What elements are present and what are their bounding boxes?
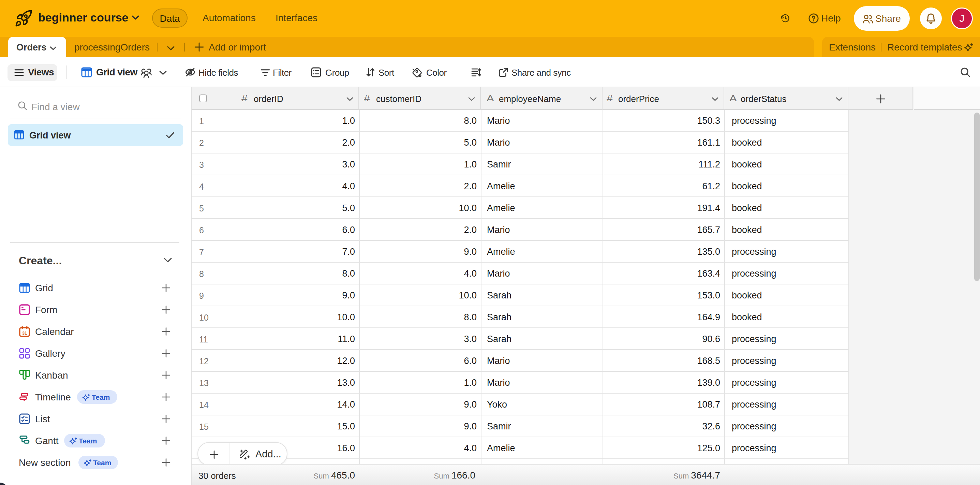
- svg-text:31: 31: [22, 331, 27, 336]
